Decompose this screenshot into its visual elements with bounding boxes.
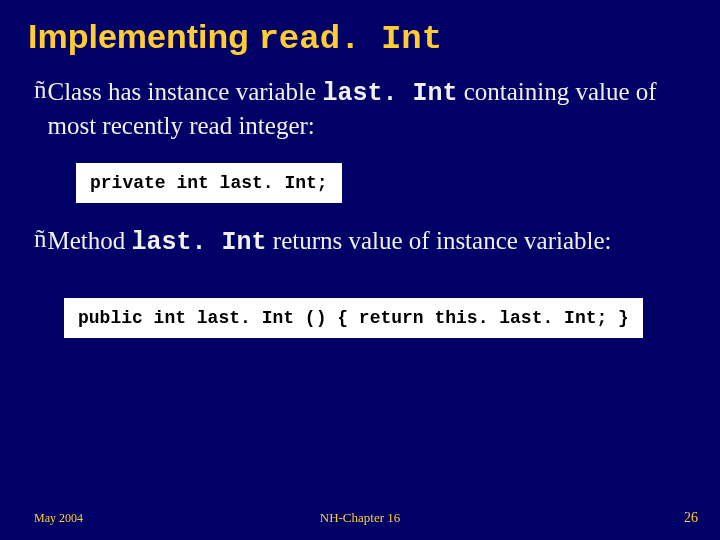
footer-chapter: NH-Chapter 16 [320, 510, 401, 526]
bullet-code: last. Int [132, 228, 267, 257]
bullet-item: ñ Class has instance variable last. Int … [34, 76, 692, 141]
footer-page-number: 26 [684, 510, 698, 526]
code-block: public int last. Int () { return this. l… [64, 298, 643, 338]
title-prefix: Implementing [28, 17, 258, 55]
bullet-pre: Class has instance variable [48, 78, 323, 105]
code-block: private int last. Int; [76, 163, 342, 203]
bullet-post: returns value of instance variable: [267, 227, 612, 254]
code-text: public int last. Int () { return this. l… [78, 308, 629, 328]
code-text: private int last. Int; [90, 173, 328, 193]
slide-footer: May 2004 NH-Chapter 16 26 [0, 510, 720, 526]
bullet-text: Method last. Int returns value of instan… [48, 225, 693, 258]
bullet-pre: Method [48, 227, 132, 254]
bullet-arrow-icon: ñ [34, 225, 47, 253]
bullet-arrow-icon: ñ [34, 76, 47, 104]
spacer [28, 272, 692, 290]
title-code: read. Int [258, 20, 442, 58]
bullet-item: ñ Method last. Int returns value of inst… [34, 225, 692, 258]
bullet-code: last. Int [322, 79, 457, 108]
bullet-text: Class has instance variable last. Int co… [48, 76, 693, 141]
slide: Implementing read. Int ñ Class has insta… [0, 0, 720, 540]
slide-title: Implementing read. Int [28, 18, 692, 58]
footer-date: May 2004 [34, 511, 83, 526]
